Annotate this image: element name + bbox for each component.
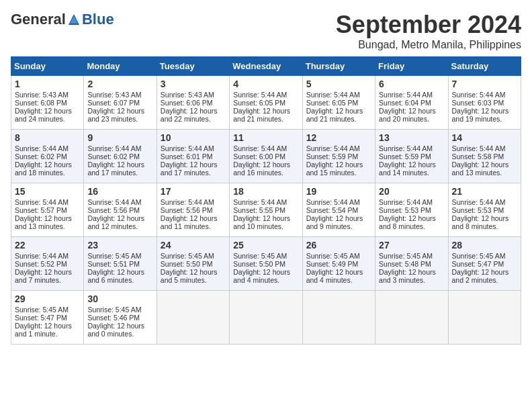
- daylight-text: Daylight: 12 hours and 3 minutes.: [379, 268, 436, 284]
- column-header-saturday: Saturday: [448, 57, 521, 76]
- sunset-text: Sunset: 5:47 PM: [15, 314, 67, 322]
- daylight-text: Daylight: 12 hours and 23 minutes.: [87, 107, 144, 123]
- sunrise-text: Sunrise: 5:45 AM: [452, 252, 506, 260]
- sunrise-text: Sunrise: 5:44 AM: [452, 144, 506, 152]
- column-header-monday: Monday: [84, 57, 157, 76]
- sunrise-text: Sunrise: 5:44 AM: [233, 144, 287, 152]
- daylight-text: Daylight: 12 hours and 17 minutes.: [87, 161, 144, 177]
- sunset-text: Sunset: 5:53 PM: [452, 206, 504, 214]
- daylight-text: Daylight: 12 hours and 5 minutes.: [161, 268, 218, 284]
- month-title: September 2024: [336, 11, 521, 39]
- calendar-table: SundayMondayTuesdayWednesdayThursdayFrid…: [11, 56, 521, 345]
- calendar-cell: 13Sunrise: 5:44 AMSunset: 5:59 PMDayligh…: [375, 130, 448, 183]
- day-number: 30: [87, 293, 152, 304]
- daylight-text: Daylight: 12 hours and 2 minutes.: [452, 268, 509, 284]
- calendar-cell: 6Sunrise: 5:44 AMSunset: 6:04 PMDaylight…: [375, 76, 448, 130]
- column-header-friday: Friday: [375, 57, 448, 76]
- sunset-text: Sunset: 6:04 PM: [379, 99, 431, 107]
- calendar-cell: 14Sunrise: 5:44 AMSunset: 5:58 PMDayligh…: [448, 130, 521, 183]
- day-number: 3: [161, 79, 226, 89]
- sunrise-text: Sunrise: 5:45 AM: [87, 252, 141, 260]
- day-number: 5: [306, 79, 371, 89]
- calendar-cell: [230, 291, 302, 345]
- calendar-cell: [375, 291, 448, 345]
- sunset-text: Sunset: 6:01 PM: [161, 152, 213, 161]
- calendar-header-row: SundayMondayTuesdayWednesdayThursdayFrid…: [11, 57, 521, 76]
- daylight-text: Daylight: 12 hours and 10 minutes.: [233, 214, 290, 230]
- calendar-cell: 2Sunrise: 5:43 AMSunset: 6:07 PMDaylight…: [84, 76, 157, 130]
- sunset-text: Sunset: 5:47 PM: [452, 260, 504, 268]
- sunset-text: Sunset: 5:59 PM: [379, 152, 431, 161]
- daylight-text: Daylight: 12 hours and 21 minutes.: [306, 107, 363, 123]
- sunset-text: Sunset: 6:05 PM: [233, 99, 285, 107]
- sunrise-text: Sunrise: 5:44 AM: [306, 144, 360, 152]
- day-number: 11: [233, 132, 298, 143]
- day-number: 27: [379, 240, 444, 250]
- daylight-text: Daylight: 12 hours and 8 minutes.: [379, 214, 436, 230]
- day-number: 9: [87, 132, 152, 143]
- sunset-text: Sunset: 6:06 PM: [161, 99, 213, 107]
- sunrise-text: Sunrise: 5:44 AM: [452, 91, 506, 99]
- daylight-text: Daylight: 12 hours and 19 minutes.: [452, 107, 509, 123]
- sunrise-text: Sunrise: 5:44 AM: [379, 144, 433, 152]
- calendar-cell: 17Sunrise: 5:44 AMSunset: 5:56 PMDayligh…: [157, 183, 229, 237]
- sunrise-text: Sunrise: 5:44 AM: [87, 198, 141, 206]
- calendar-cell: 3Sunrise: 5:43 AMSunset: 6:06 PMDaylight…: [157, 76, 229, 130]
- calendar-cell: 4Sunrise: 5:44 AMSunset: 6:05 PMDaylight…: [230, 76, 302, 130]
- calendar-cell: 23Sunrise: 5:45 AMSunset: 5:51 PMDayligh…: [84, 237, 157, 291]
- daylight-text: Daylight: 12 hours and 6 minutes.: [87, 268, 144, 284]
- day-number: 13: [379, 132, 444, 143]
- day-number: 28: [452, 240, 517, 250]
- sunset-text: Sunset: 6:08 PM: [15, 99, 67, 107]
- calendar-cell: 9Sunrise: 5:44 AMSunset: 6:02 PMDaylight…: [84, 130, 157, 183]
- calendar-cell: 20Sunrise: 5:44 AMSunset: 5:53 PMDayligh…: [375, 183, 448, 237]
- column-header-tuesday: Tuesday: [157, 57, 229, 76]
- daylight-text: Daylight: 12 hours and 7 minutes.: [15, 268, 72, 284]
- sunrise-text: Sunrise: 5:45 AM: [15, 306, 69, 314]
- sunrise-text: Sunrise: 5:43 AM: [15, 91, 69, 99]
- sunrise-text: Sunrise: 5:44 AM: [306, 198, 360, 206]
- day-number: 7: [452, 79, 517, 89]
- daylight-text: Daylight: 12 hours and 13 minutes.: [15, 214, 72, 230]
- sunset-text: Sunset: 5:59 PM: [306, 152, 359, 161]
- sunrise-text: Sunrise: 5:44 AM: [379, 198, 433, 206]
- sunset-text: Sunset: 5:56 PM: [161, 206, 213, 214]
- daylight-text: Daylight: 12 hours and 22 minutes.: [161, 107, 218, 123]
- calendar-week-1: 1Sunrise: 5:43 AMSunset: 6:08 PMDaylight…: [11, 76, 521, 130]
- day-number: 26: [306, 240, 371, 250]
- daylight-text: Daylight: 12 hours and 18 minutes.: [15, 161, 72, 177]
- daylight-text: Daylight: 12 hours and 4 minutes.: [306, 268, 363, 284]
- day-number: 19: [306, 186, 371, 197]
- day-number: 22: [15, 240, 80, 250]
- sunrise-text: Sunrise: 5:44 AM: [161, 198, 214, 206]
- column-header-wednesday: Wednesday: [230, 57, 302, 76]
- sunrise-text: Sunrise: 5:44 AM: [306, 91, 360, 99]
- sunset-text: Sunset: 6:00 PM: [233, 152, 285, 161]
- location-title: Bungad, Metro Manila, Philippines: [336, 39, 521, 51]
- sunset-text: Sunset: 5:57 PM: [15, 206, 67, 214]
- sunrise-text: Sunrise: 5:44 AM: [87, 144, 141, 152]
- day-number: 25: [233, 240, 298, 250]
- sunset-text: Sunset: 6:03 PM: [452, 99, 504, 107]
- sunset-text: Sunset: 5:50 PM: [161, 260, 213, 268]
- sunrise-text: Sunrise: 5:44 AM: [233, 91, 287, 99]
- sunset-text: Sunset: 5:49 PM: [306, 260, 359, 268]
- title-area: September 2024 Bungad, Metro Manila, Phi…: [336, 11, 521, 51]
- column-header-sunday: Sunday: [11, 57, 84, 76]
- sunset-text: Sunset: 6:07 PM: [87, 99, 140, 107]
- calendar-week-2: 8Sunrise: 5:44 AMSunset: 6:02 PMDaylight…: [11, 130, 521, 183]
- day-number: 23: [87, 240, 152, 250]
- daylight-text: Daylight: 12 hours and 0 minutes.: [87, 322, 144, 338]
- sunrise-text: Sunrise: 5:44 AM: [233, 198, 287, 206]
- logo-icon: [67, 13, 81, 26]
- sunset-text: Sunset: 5:54 PM: [306, 206, 359, 214]
- sunrise-text: Sunrise: 5:44 AM: [15, 144, 69, 152]
- day-number: 4: [233, 79, 298, 89]
- calendar-cell: 29Sunrise: 5:45 AMSunset: 5:47 PMDayligh…: [11, 291, 84, 345]
- logo-general-text: General: [11, 11, 66, 28]
- day-number: 15: [15, 186, 80, 197]
- daylight-text: Daylight: 12 hours and 9 minutes.: [306, 214, 363, 230]
- calendar-cell: 11Sunrise: 5:44 AMSunset: 6:00 PMDayligh…: [230, 130, 302, 183]
- calendar-week-4: 22Sunrise: 5:44 AMSunset: 5:52 PMDayligh…: [11, 237, 521, 291]
- logo-blue-text: Blue: [82, 11, 114, 28]
